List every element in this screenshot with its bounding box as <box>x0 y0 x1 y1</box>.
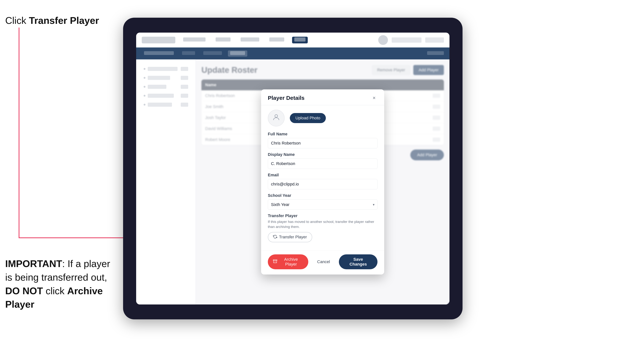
email-input[interactable] <box>268 179 378 189</box>
subbar-display[interactable] <box>427 51 444 56</box>
school-year-select[interactable]: First YearSecond YearThird YearFourth Ye… <box>268 199 378 210</box>
svg-point-0 <box>275 115 278 117</box>
nav-item-team[interactable] <box>213 37 233 43</box>
nav-item-dashboard[interactable] <box>181 37 208 43</box>
main-content: Update Roster Remove Player Add Player N… <box>196 59 450 305</box>
sidebar-item-5[interactable] <box>140 100 191 109</box>
transfer-section: Transfer Player If this player has moved… <box>268 213 378 242</box>
sidebar-item-2[interactable] <box>140 74 191 82</box>
transfer-section-title: Transfer Player <box>268 213 378 218</box>
app-subbar <box>136 47 450 59</box>
topbar-avatar <box>378 35 388 45</box>
sidebar-section <box>136 63 196 111</box>
transfer-section-desc: If this player has moved to another scho… <box>268 219 378 229</box>
modal-header: Player Details × <box>261 89 384 105</box>
modal-body: Upload Photo Full Name Display Name <box>261 105 384 250</box>
app-topbar <box>136 33 450 47</box>
instruction-top-bold: Transfer Player <box>29 15 99 26</box>
topbar-right <box>378 35 444 45</box>
transfer-player-btn-label: Transfer Player <box>279 235 307 239</box>
do-not-label: DO NOT <box>5 286 43 296</box>
avatar-placeholder <box>268 110 284 127</box>
modal-close-button[interactable]: × <box>371 95 378 101</box>
display-name-input[interactable] <box>268 159 378 169</box>
modal-overlay: Player Details × <box>196 59 450 305</box>
school-year-label: School Year <box>268 193 378 198</box>
school-year-select-wrapper: First YearSecond YearThird YearFourth Ye… <box>268 199 378 210</box>
player-details-modal: Player Details × <box>261 89 384 274</box>
nav-item-more[interactable] <box>292 37 308 43</box>
nav-item-roster[interactable] <box>267 37 286 43</box>
topbar-name <box>392 37 422 43</box>
transfer-player-button[interactable]: Transfer Player <box>268 232 312 242</box>
avatar-row: Upload Photo <box>268 110 378 127</box>
app-logo <box>142 37 175 43</box>
full-name-label: Full Name <box>268 132 378 137</box>
archive-player-btn-label: Archive Player <box>279 257 303 267</box>
app-content: Update Roster Remove Player Add Player N… <box>136 59 450 305</box>
full-name-input[interactable] <box>268 138 378 149</box>
tablet-device: Update Roster Remove Player Add Player N… <box>123 18 462 319</box>
transfer-icon <box>273 235 277 240</box>
archive-icon <box>273 259 277 264</box>
sidebar-item-4[interactable] <box>140 91 191 100</box>
sidebar-item-1[interactable] <box>140 65 191 73</box>
archive-player-button[interactable]: Archive Player <box>268 254 308 269</box>
display-name-group: Display Name <box>268 152 378 169</box>
sidebar-item-3[interactable] <box>140 82 191 91</box>
full-name-group: Full Name <box>268 132 378 149</box>
nav-item-schedule[interactable] <box>238 37 262 43</box>
instruction-bottom: IMPORTANT: If a player is being transfer… <box>5 257 114 311</box>
subbar-team[interactable] <box>180 50 197 57</box>
email-label: Email <box>268 173 378 177</box>
instruction-top: Click Transfer Player <box>5 15 99 26</box>
subbar-schedule[interactable] <box>201 50 224 57</box>
email-group: Email <box>268 173 378 189</box>
svg-rect-1 <box>273 260 277 261</box>
modal-title: Player Details <box>268 95 304 101</box>
instruction-top-text: Click <box>5 15 29 26</box>
display-name-label: Display Name <box>268 152 378 157</box>
modal-footer: Archive Player Cancel Save Changes <box>261 250 384 275</box>
upload-photo-button[interactable]: Upload Photo <box>290 113 326 123</box>
cancel-button[interactable]: Cancel <box>312 257 335 267</box>
subbar-dashboard[interactable] <box>142 50 176 57</box>
save-changes-button[interactable]: Save Changes <box>339 254 378 269</box>
user-icon <box>272 113 280 123</box>
sidebar <box>136 59 196 305</box>
tablet-screen: Update Roster Remove Player Add Player N… <box>136 33 450 305</box>
topbar-logout[interactable] <box>425 37 444 43</box>
annotation-line-vertical <box>19 27 20 238</box>
subbar-roster[interactable] <box>228 50 247 57</box>
school-year-group: School Year First YearSecond YearThird Y… <box>268 193 378 210</box>
important-label: IMPORTANT <box>5 258 62 269</box>
